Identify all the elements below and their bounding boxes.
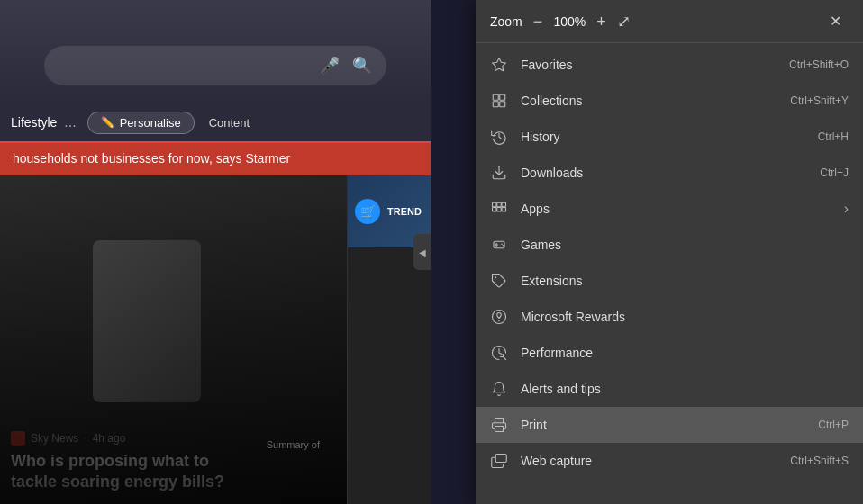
personalise-button[interactable]: ✏️ Personalise [87,112,195,134]
personalise-label: Personalise [120,116,181,130]
zoom-section: Zoom − 100% + ⤢ [490,12,631,32]
svg-point-15 [503,245,504,247]
red-news-banner: households not businesses for now, says … [0,143,431,176]
edit-icon: ✏️ [101,116,114,129]
chevron-left-icon: ◀ [419,248,426,257]
menu-items-list: Favorites Ctrl+Shift+O Collections Ctrl+… [476,43,863,504]
svg-rect-3 [493,102,498,107]
menu-item-favorites[interactable]: Favorites Ctrl+Shift+O [476,47,863,83]
downloads-shortcut: Ctrl+J [820,166,849,179]
zoom-controls: − 100% + [533,14,606,30]
menu-item-alerts-and-tips[interactable]: Alerts and tips [476,371,863,407]
svg-rect-4 [500,102,505,107]
news-card-main[interactable]: Summary of Sky News · 4h ago Who is prop… [0,176,347,504]
rewards-icon [490,308,508,326]
menu-header: Zoom − 100% + ⤢ ✕ [476,0,863,43]
summary-text: Summary of [267,439,320,450]
svg-rect-6 [493,202,497,207]
menu-item-downloads[interactable]: Downloads Ctrl+J [476,155,863,191]
games-label: Games [521,238,849,252]
menu-item-collections[interactable]: Collections Ctrl+Shift+Y [476,83,863,119]
history-shortcut: Ctrl+H [818,130,849,143]
performance-label: Performance [521,346,849,360]
zoom-increase-button[interactable]: + [596,14,606,30]
web-capture-label: Web capture [521,454,777,468]
lifestyle-tab[interactable]: Lifestyle ... [11,114,77,130]
performance-icon [490,344,508,362]
collections-icon [490,92,508,110]
content-area: Summary of Sky News · 4h ago Who is prop… [0,176,431,504]
zoom-expand-button[interactable]: ⤢ [617,12,631,32]
cart-icon: 🛒 [355,199,380,224]
svg-rect-7 [497,202,502,207]
svg-rect-9 [493,208,497,212]
menu-item-performance[interactable]: Performance [476,335,863,371]
star-icon [490,56,508,74]
svg-point-18 [498,320,500,322]
extensions-label: Extensions [521,274,849,288]
content-tab[interactable]: Content [209,116,250,130]
lifestyle-label: Lifestyle [11,115,57,130]
svg-rect-8 [502,202,506,207]
favorites-label: Favorites [521,58,777,72]
context-menu: Zoom − 100% + ⤢ ✕ Favorites Ctrl+Shift+O… [476,0,863,504]
svg-rect-20 [495,454,506,463]
svg-marker-0 [493,58,506,71]
menu-item-history[interactable]: History Ctrl+H [476,119,863,155]
browser-top-area: 🎤 🔍 [0,0,431,104]
history-icon [490,128,508,146]
collapse-button[interactable]: ◀ [413,234,431,270]
print-icon [490,416,508,434]
svg-rect-19 [495,427,504,432]
bell-icon [490,380,508,398]
menu-item-apps[interactable]: Apps › [476,191,863,227]
apps-label: Apps [521,202,824,216]
news-tabs-bar: Lifestyle ... ✏️ Personalise Content [0,104,431,143]
downloads-label: Downloads [521,166,807,180]
downloads-icon [490,164,508,182]
svg-rect-1 [493,94,498,100]
apps-arrow-icon: › [844,201,849,217]
lifestyle-dots[interactable]: ... [64,114,76,130]
games-icon [490,236,508,254]
menu-close-button[interactable]: ✕ [822,9,849,33]
search-bar[interactable]: 🎤 🔍 [44,46,386,86]
content-label: Content [209,116,250,130]
zoom-value: 100% [551,14,587,29]
web-capture-shortcut: Ctrl+Shift+S [790,454,849,467]
favorites-shortcut: Ctrl+Shift+O [789,58,849,71]
webcapture-icon [490,452,508,470]
microphone-icon[interactable]: 🎤 [320,56,340,76]
history-label: History [521,130,805,144]
extensions-icon [490,272,508,290]
banner-text: households not businesses for now, says … [13,151,290,166]
collections-shortcut: Ctrl+Shift+Y [790,94,849,107]
print-shortcut: Ctrl+P [818,418,849,431]
svg-rect-11 [502,208,506,212]
menu-item-microsoft-rewards[interactable]: Microsoft Rewards [476,299,863,335]
svg-rect-10 [497,208,502,212]
search-icon[interactable]: 🔍 [352,56,372,76]
apps-icon [490,200,508,218]
svg-rect-2 [500,94,505,100]
print-label: Print [521,418,805,432]
trend-label: TREND [387,206,422,217]
zoom-decrease-button[interactable]: − [533,14,543,30]
news-card-content: Summary of Sky News · 4h ago Who is prop… [0,176,347,504]
news-card-side: 🛒 TREND [347,176,431,504]
microsoft-rewards-label: Microsoft Rewards [521,310,849,324]
menu-item-games[interactable]: Games [476,227,863,263]
svg-point-14 [501,244,503,246]
menu-item-print[interactable]: Print Ctrl+P [476,407,863,443]
menu-item-extensions[interactable]: Extensions [476,263,863,299]
browser-background: 🎤 🔍 Lifestyle ... ✏️ Personalise Content… [0,0,431,504]
zoom-label: Zoom [490,14,522,29]
menu-item-web-capture[interactable]: Web capture Ctrl+Shift+S [476,443,863,479]
collections-label: Collections [521,94,777,108]
alerts-tips-label: Alerts and tips [521,382,849,396]
